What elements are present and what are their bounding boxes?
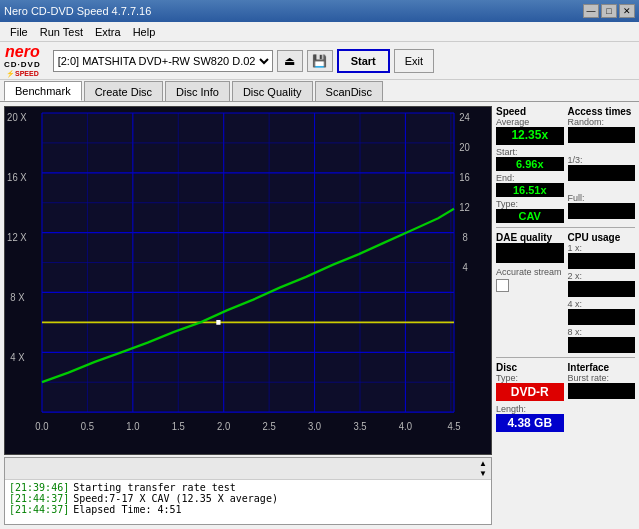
log-msg-0: Starting transfer rate test (73, 482, 236, 493)
disc-type-label: Type: (496, 373, 564, 383)
interface-title: Interface (568, 362, 636, 373)
tabs-bar: Benchmark Create Disc Disc Info Disc Qua… (0, 80, 639, 102)
cpu-2x-value (568, 281, 636, 297)
access-title: Access times (568, 106, 636, 117)
divider-2 (496, 357, 635, 358)
svg-text:20 X: 20 X (7, 112, 27, 124)
svg-text:3.5: 3.5 (353, 421, 367, 433)
interface-burst-value (568, 383, 636, 399)
log-entry-1: [21:44:37] Speed:7-17 X CAV (12.35 X ave… (9, 493, 487, 504)
maximize-button[interactable]: □ (601, 4, 617, 18)
menu-run-test[interactable]: Run Test (34, 24, 89, 40)
dae-checkbox-row (496, 279, 564, 292)
scroll-down-icon[interactable]: ▼ (479, 469, 487, 478)
tab-disc-info[interactable]: Disc Info (165, 81, 230, 101)
menu-file[interactable]: File (4, 24, 34, 40)
interface-burst-label: Burst rate: (568, 373, 636, 383)
tab-benchmark[interactable]: Benchmark (4, 81, 82, 101)
logo: nero CD·DVD ⚡SPEED (4, 44, 41, 77)
svg-rect-25 (216, 320, 220, 325)
close-button[interactable]: ✕ (619, 4, 635, 18)
log-msg-1: Speed:7-17 X CAV (12.35 X average) (73, 493, 278, 504)
logo-speed: ⚡SPEED (6, 70, 39, 77)
menu-extra[interactable]: Extra (89, 24, 127, 40)
cpu-8x-label: 8 x: (568, 327, 636, 337)
minimize-button[interactable]: — (583, 4, 599, 18)
svg-text:4: 4 (462, 261, 468, 273)
svg-text:1.0: 1.0 (126, 421, 140, 433)
cpu-8x-value (568, 337, 636, 353)
log-area: ▲ ▼ [21:39:46] Starting transfer rate te… (4, 457, 492, 525)
access-third-value (568, 165, 636, 181)
chart-svg: 20 X 16 X 12 X 8 X 4 X 24 20 16 12 8 4 0… (5, 107, 491, 454)
disc-section: Disc Type: DVD-R Length: 4.38 GB (496, 362, 564, 432)
drive-select[interactable]: [2:0] MATSHITA DVD+-RW SW820 D.02 (53, 50, 273, 72)
dae-section: DAE quality Accurate stream (496, 232, 564, 353)
svg-text:12: 12 (459, 202, 470, 214)
svg-text:16: 16 (459, 172, 470, 184)
speed-type-value: CAV (496, 209, 564, 223)
speed-title: Speed (496, 106, 564, 117)
scroll-up-icon[interactable]: ▲ (479, 459, 487, 468)
log-content: [21:39:46] Starting transfer rate test [… (5, 480, 491, 524)
svg-text:2.5: 2.5 (263, 421, 277, 433)
svg-text:4 X: 4 X (10, 351, 24, 363)
start-button[interactable]: Start (337, 49, 390, 73)
speed-section: Speed Average 12.35x Start: 6.96x End: 1… (496, 106, 564, 223)
chart-container: 20 X 16 X 12 X 8 X 4 X 24 20 16 12 8 4 0… (4, 106, 492, 455)
tab-disc-quality[interactable]: Disc Quality (232, 81, 313, 101)
app-title: Nero CD-DVD Speed 4.7.7.16 (4, 5, 151, 17)
log-entry-2: [21:44:37] Elapsed Time: 4:51 (9, 504, 487, 515)
divider-1 (496, 227, 635, 228)
svg-text:4.0: 4.0 (399, 421, 413, 433)
right-panel: Speed Average 12.35x Start: 6.96x End: 1… (494, 102, 639, 529)
dae-title: DAE quality (496, 232, 564, 243)
eject-button[interactable]: ⏏ (277, 50, 303, 72)
dae-checkbox[interactable] (496, 279, 509, 292)
menu-help[interactable]: Help (127, 24, 162, 40)
dae-cpu-row: DAE quality Accurate stream CPU usage 1 … (496, 232, 635, 353)
speed-start-label: Start: (496, 147, 564, 157)
speed-access-row: Speed Average 12.35x Start: 6.96x End: 1… (496, 106, 635, 223)
toolbar: nero CD·DVD ⚡SPEED [2:0] MATSHITA DVD+-R… (0, 42, 639, 80)
log-header: ▲ ▼ (5, 458, 491, 480)
log-entry-0: [21:39:46] Starting transfer rate test (9, 482, 487, 493)
tab-scandisc[interactable]: ScanDisc (315, 81, 383, 101)
access-full-label: Full: (568, 193, 636, 203)
logo-cdspeed: CD·DVD (4, 60, 41, 70)
chart-log-area: 20 X 16 X 12 X 8 X 4 X 24 20 16 12 8 4 0… (0, 102, 494, 529)
titlebar: Nero CD-DVD Speed 4.7.7.16 — □ ✕ (0, 0, 639, 22)
svg-text:16 X: 16 X (7, 172, 27, 184)
svg-text:24: 24 (459, 112, 470, 124)
access-third-label: 1/3: (568, 155, 636, 165)
save-button[interactable]: 💾 (307, 50, 333, 72)
access-full-value (568, 203, 636, 219)
exit-button[interactable]: Exit (394, 49, 434, 73)
main-content: 20 X 16 X 12 X 8 X 4 X 24 20 16 12 8 4 0… (0, 102, 639, 529)
svg-text:1.5: 1.5 (172, 421, 186, 433)
interface-section: Interface Burst rate: (568, 362, 636, 432)
disc-interface-row: Disc Type: DVD-R Length: 4.38 GB Interfa… (496, 362, 635, 432)
cpu-title: CPU usage (568, 232, 636, 243)
access-times-section: Access times Random: 1/3: Full: (568, 106, 636, 223)
speed-start-value: 6.96x (496, 157, 564, 171)
speed-end-value: 16.51x (496, 183, 564, 197)
svg-text:12 X: 12 X (7, 231, 27, 243)
speed-average-label: Average (496, 117, 564, 127)
log-time-0: [21:39:46] (9, 482, 69, 493)
cpu-section: CPU usage 1 x: 2 x: 4 x: 8 x: (568, 232, 636, 353)
dae-value (496, 243, 564, 263)
speed-type-label: Type: (496, 199, 564, 209)
dae-accurate-label: Accurate stream (496, 267, 564, 277)
tab-create-disc[interactable]: Create Disc (84, 81, 163, 101)
menubar: File Run Test Extra Help (0, 22, 639, 42)
svg-text:3.0: 3.0 (308, 421, 322, 433)
logo-nero: nero (5, 44, 40, 60)
disc-length-label: Length: (496, 404, 564, 414)
cpu-1x-label: 1 x: (568, 243, 636, 253)
access-random-label: Random: (568, 117, 636, 127)
log-time-1: [21:44:37] (9, 493, 69, 504)
log-time-2: [21:44:37] (9, 504, 69, 515)
svg-text:8 X: 8 X (10, 291, 24, 303)
cpu-2x-label: 2 x: (568, 271, 636, 281)
